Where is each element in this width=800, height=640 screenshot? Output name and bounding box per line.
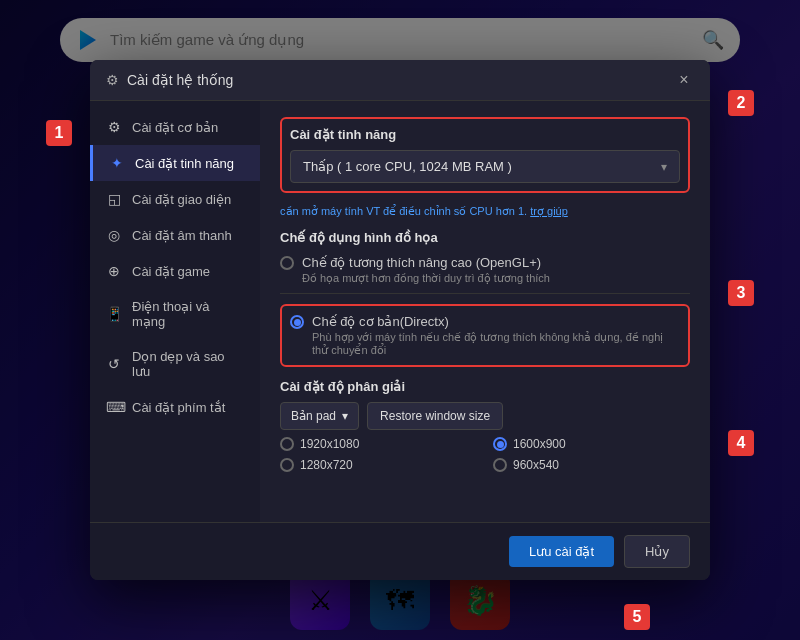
sidebar-label-basic: Cài đặt cơ bản — [132, 120, 218, 135]
interface-icon: ◱ — [106, 191, 122, 207]
opengl-label: Chế độ tương thích nâng cao (OpenGL+) — [302, 255, 550, 270]
sidebar-label-advanced: Cài đặt tinh năng — [135, 156, 234, 171]
res-label-1920: 1920x1080 — [300, 437, 359, 451]
badge-4: 4 — [728, 430, 754, 456]
perf-dropdown[interactable]: Thấp ( 1 core CPU, 1024 MB RAM ) ▾ — [290, 150, 680, 183]
res-radio-1920[interactable] — [280, 437, 294, 451]
sidebar-item-game[interactable]: ⊕ Cài đặt game — [90, 253, 260, 289]
res-option-1280[interactable]: 1280x720 — [280, 457, 477, 472]
help-link[interactable]: trợ giúp — [530, 205, 568, 217]
perf-dropdown-value: Thấp ( 1 core CPU, 1024 MB RAM ) — [303, 159, 512, 174]
opengl-option[interactable]: Chế độ tương thích nâng cao (OpenGL+) Đồ… — [280, 255, 690, 285]
res-option-1920[interactable]: 1920x1080 — [280, 436, 477, 451]
sidebar-item-cleanup[interactable]: ↺ Dọn dẹp và sao lưu — [90, 339, 260, 389]
warning-text: cần mở máy tính VT để điều chỉnh số CPU … — [280, 205, 690, 218]
sidebar-label-network: Điện thoại và mạng — [132, 299, 244, 329]
dialog-footer: Lưu cài đặt Hủy — [90, 522, 710, 580]
opengl-subtext: Đồ họa mượt hơn đồng thời duy trì độ tươ… — [302, 272, 550, 285]
res-option-1600[interactable]: 1600x900 — [493, 436, 690, 451]
dialog-titlebar: ⚙ Cài đặt hệ thống × — [90, 60, 710, 101]
res-radio-960[interactable] — [493, 458, 507, 472]
advanced-icon: ✦ — [109, 155, 125, 171]
performance-section: Cài đặt tinh năng Thấp ( 1 core CPU, 102… — [280, 117, 690, 193]
sidebar-item-interface[interactable]: ◱ Cài đặt giao diện — [90, 181, 260, 217]
dialog-body: ⚙ Cài đặt cơ bản ✦ Cài đặt tinh năng ◱ C… — [90, 101, 710, 522]
basic-icon: ⚙ — [106, 119, 122, 135]
badge-2: 2 — [728, 90, 754, 116]
directx-label: Chế độ cơ bản(Directx) — [312, 314, 680, 329]
sidebar-label-interface: Cài đặt giao diện — [132, 192, 231, 207]
res-label-1600: 1600x900 — [513, 437, 566, 451]
restore-window-size-button[interactable]: Restore window size — [367, 402, 503, 430]
badge-1: 1 — [46, 120, 72, 146]
resolution-preset-dropdown[interactable]: Bản pad ▾ — [280, 402, 359, 430]
badge-3: 3 — [728, 280, 754, 306]
sidebar-item-network[interactable]: 📱 Điện thoại và mạng — [90, 289, 260, 339]
modal-overlay: 1 2 3 4 5 ⚙ Cài đặt hệ thống × ⚙ C — [0, 0, 800, 640]
res-radio-1280[interactable] — [280, 458, 294, 472]
sidebar-item-hotkey[interactable]: ⌨ Cài đặt phím tắt — [90, 389, 260, 425]
res-label-1280: 1280x720 — [300, 458, 353, 472]
directx-section: Chế độ cơ bản(Directx) Phù hợp với máy t… — [280, 304, 690, 367]
dropdown-arrow-icon: ▾ — [661, 160, 667, 174]
cleanup-icon: ↺ — [106, 356, 122, 372]
directx-option[interactable]: Chế độ cơ bản(Directx) Phù hợp với máy t… — [290, 314, 680, 357]
save-button[interactable]: Lưu cài đặt — [509, 536, 614, 567]
graphics-divider — [280, 293, 690, 294]
resolution-controls: Bản pad ▾ Restore window size — [280, 402, 690, 430]
res-radio-1600[interactable] — [493, 437, 507, 451]
perf-section-label: Cài đặt tinh năng — [290, 127, 680, 142]
resolution-label: Cài đặt độ phân giải — [280, 379, 690, 394]
graphics-label: Chế độ dụng hình đồ họa — [280, 230, 690, 245]
badge-5: 5 — [624, 604, 650, 630]
game-icon: ⊕ — [106, 263, 122, 279]
sidebar-item-sound[interactable]: ◎ Cài đặt âm thanh — [90, 217, 260, 253]
settings-title-icon: ⚙ — [106, 72, 119, 88]
sidebar-label-cleanup: Dọn dẹp và sao lưu — [132, 349, 244, 379]
settings-dialog: ⚙ Cài đặt hệ thống × ⚙ Cài đặt cơ bản ✦ … — [90, 60, 710, 580]
resolution-preset-value: Bản pad — [291, 409, 336, 423]
opengl-radio[interactable] — [280, 256, 294, 270]
resolution-section: Cài đặt độ phân giải Bản pad ▾ Restore w… — [280, 379, 690, 472]
sidebar-item-advanced[interactable]: ✦ Cài đặt tinh năng — [90, 145, 260, 181]
sidebar-label-hotkey: Cài đặt phím tắt — [132, 400, 225, 415]
network-icon: 📱 — [106, 306, 122, 322]
dialog-close-button[interactable]: × — [674, 70, 694, 90]
resolution-dropdown-arrow: ▾ — [342, 409, 348, 423]
cancel-button[interactable]: Hủy — [624, 535, 690, 568]
sidebar-item-basic[interactable]: ⚙ Cài đặt cơ bản — [90, 109, 260, 145]
resolution-options: 1920x1080 1600x900 1280x720 — [280, 436, 690, 472]
res-label-960: 960x540 — [513, 458, 559, 472]
res-option-960[interactable]: 960x540 — [493, 457, 690, 472]
dialog-title: Cài đặt hệ thống — [127, 72, 666, 88]
main-content: Cài đặt tinh năng Thấp ( 1 core CPU, 102… — [260, 101, 710, 522]
directx-subtext: Phù hợp với máy tính nếu chế độ tương th… — [312, 331, 680, 357]
hotkey-icon: ⌨ — [106, 399, 122, 415]
sound-icon: ◎ — [106, 227, 122, 243]
sidebar-label-game: Cài đặt game — [132, 264, 210, 279]
sidebar: ⚙ Cài đặt cơ bản ✦ Cài đặt tinh năng ◱ C… — [90, 101, 260, 522]
sidebar-label-sound: Cài đặt âm thanh — [132, 228, 232, 243]
directx-radio[interactable] — [290, 315, 304, 329]
